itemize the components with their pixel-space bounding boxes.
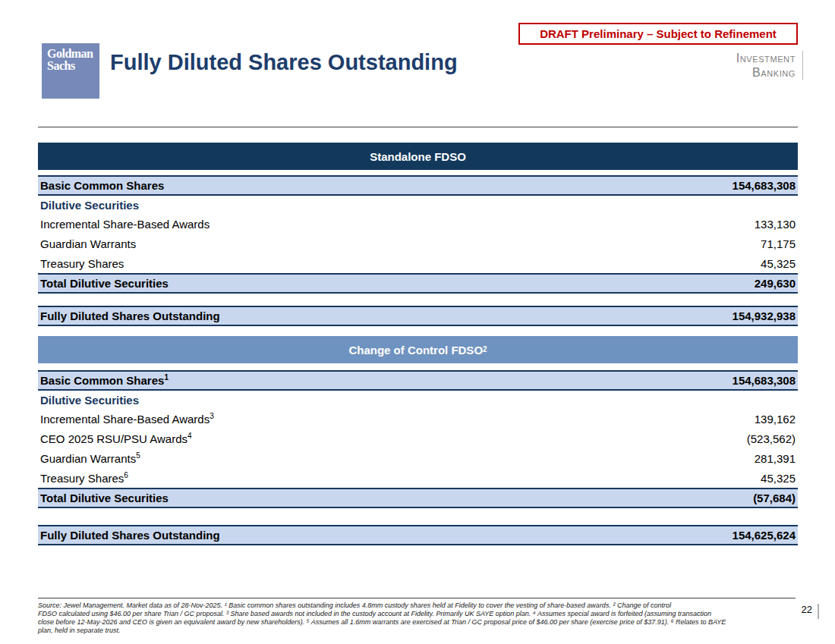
table-row-dilutive-securities-heading: Dilutive Securities [38, 196, 798, 214]
row-label: Dilutive Securities [40, 199, 139, 212]
table-row-ceo-2025-rsu-psu-awards: CEO 2025 RSU/PSU Awards4 (523,562) [38, 429, 798, 448]
row-value: (523,562) [747, 432, 796, 445]
row-label: Treasury Shares [40, 257, 124, 270]
header-divider [38, 127, 798, 127]
row-label: Fully Diluted Shares Outstanding [40, 309, 220, 322]
draft-banner: DRAFT Preliminary – Subject to Refinemen… [518, 23, 798, 45]
row-value: 281,391 [755, 452, 796, 465]
division-label: Investment Banking [736, 51, 803, 80]
row-label: Guardian Warrants5 [40, 452, 140, 465]
table-header-change-of-control: Change of Control FDSO2 [38, 336, 798, 363]
change-of-control-fdso-table: Change of Control FDSO2 Basic Common Sha… [38, 336, 798, 545]
row-value: 71,175 [761, 237, 796, 250]
footnote-line-4: plan, held in separate trust. [38, 627, 796, 635]
row-label: Treasury Shares6 [40, 472, 128, 485]
table-row-dilutive-securities-heading: Dilutive Securities [38, 391, 798, 409]
row-value: 139,162 [755, 413, 796, 426]
page-number: 22 [802, 604, 819, 619]
row-label: Incremental Share-Based Awards3 [40, 413, 214, 426]
row-value: 154,683,308 [733, 179, 796, 192]
row-value: 249,630 [755, 277, 796, 290]
table-row-treasury-shares: Treasury Shares 45,325 [38, 253, 798, 273]
row-value: 45,325 [761, 472, 796, 485]
row-value: (57,684) [753, 492, 796, 504]
table-header-standalone: Standalone FDSO [38, 143, 798, 170]
page-title: Fully Diluted Shares Outstanding [110, 50, 458, 75]
table-row-incremental-share-based-awards: Incremental Share-Based Awards 133,130 [38, 214, 798, 234]
logo-line-1: Goldman [47, 48, 99, 60]
slide: DRAFT Preliminary – Subject to Refinemen… [0, 0, 835, 644]
table-title: Standalone FDSO [370, 150, 466, 163]
row-label: Basic Common Shares1 [40, 374, 169, 387]
row-value: 133,130 [755, 218, 796, 231]
row-label: Guardian Warrants [40, 237, 136, 250]
row-label-sup: 3 [210, 412, 214, 420]
goldman-sachs-logo: Goldman Sachs [42, 43, 99, 99]
row-label: Dilutive Securities [40, 394, 139, 407]
footnote-line-1: Source: Jewel Management. Market data as… [38, 602, 796, 610]
row-label-sup: 1 [164, 373, 169, 382]
footnote-line-2: FDSO calculated using $46.00 per share T… [38, 610, 796, 618]
table-row-incremental-share-based-awards: Incremental Share-Based Awards3 139,162 [38, 409, 798, 429]
table-row-guardian-warrants: Guardian Warrants5 281,391 [38, 448, 798, 468]
row-label-sup: 4 [187, 432, 192, 440]
footnotes: Source: Jewel Management. Market data as… [38, 598, 796, 635]
row-label: Incremental Share-Based Awards [40, 218, 210, 231]
row-value: 154,625,624 [733, 529, 796, 542]
table-row-basic-common-shares: Basic Common Shares1 154,683,308 [38, 370, 798, 391]
division-line-1: Investment [736, 51, 796, 65]
row-value: 154,932,938 [733, 309, 796, 322]
row-label: Fully Diluted Shares Outstanding [40, 529, 220, 542]
footnote-line-3: close before 12-May-2026 and CEO is give… [38, 618, 796, 627]
table-row-treasury-shares: Treasury Shares6 45,325 [38, 468, 798, 488]
table-row-fully-diluted-shares-outstanding: Fully Diluted Shares Outstanding 154,625… [38, 525, 798, 545]
row-label-sup: 5 [136, 451, 140, 460]
table-row-total-dilutive-securities: Total Dilutive Securities 249,630 [38, 273, 798, 294]
table-row-total-dilutive-securities: Total Dilutive Securities (57,684) [38, 488, 798, 508]
draft-banner-text: DRAFT Preliminary – Subject to Refinemen… [540, 27, 777, 40]
row-label: Total Dilutive Securities [40, 277, 169, 290]
table-title: Change of Control FDSO [348, 344, 483, 357]
division-line-2: Banking [736, 65, 796, 80]
table-row-fully-diluted-shares-outstanding: Fully Diluted Shares Outstanding 154,932… [38, 306, 798, 326]
tables-area: Standalone FDSO Basic Common Shares 154,… [38, 143, 798, 545]
row-label: CEO 2025 RSU/PSU Awards4 [40, 432, 192, 445]
row-value: 45,325 [761, 257, 796, 270]
row-value: 154,683,308 [733, 374, 796, 387]
table-row-basic-common-shares: Basic Common Shares 154,683,308 [38, 175, 798, 196]
table-row-guardian-warrants: Guardian Warrants 71,175 [38, 234, 798, 253]
row-label: Basic Common Shares [40, 179, 164, 192]
row-label-sup: 6 [124, 471, 128, 479]
logo-line-2: Sachs [47, 60, 99, 72]
row-label: Total Dilutive Securities [40, 492, 169, 504]
standalone-fdso-table: Standalone FDSO Basic Common Shares 154,… [38, 143, 798, 326]
